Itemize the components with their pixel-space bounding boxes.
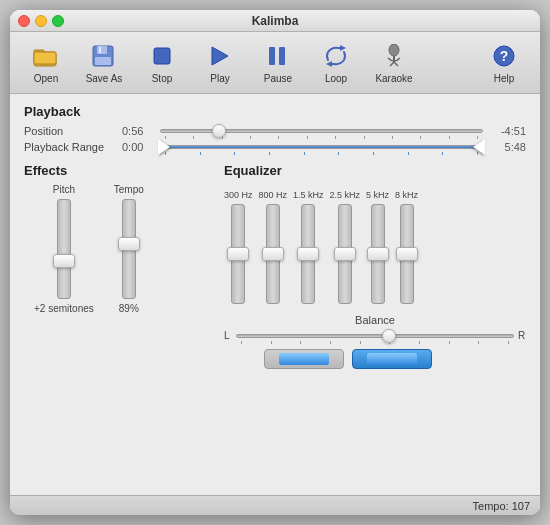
range-thumb-left[interactable] xyxy=(158,139,170,155)
pitch-slider[interactable] xyxy=(57,199,71,299)
eq-slider-4[interactable] xyxy=(371,204,385,304)
eq-band-3: 2.5 kHz xyxy=(330,190,361,304)
balance-left-label: L xyxy=(224,330,232,341)
status-text: Tempo: 107 xyxy=(473,500,530,512)
eq-label-2: 1.5 kHz xyxy=(293,190,324,200)
media-button-1[interactable] xyxy=(264,349,344,369)
svg-rect-5 xyxy=(99,47,101,53)
svg-marker-11 xyxy=(340,45,346,51)
close-button[interactable] xyxy=(18,15,30,27)
svg-rect-2 xyxy=(34,52,56,64)
eq-thumb-5[interactable] xyxy=(396,247,418,261)
play-icon xyxy=(204,42,236,70)
open-label: Open xyxy=(34,73,58,84)
media-button-2[interactable] xyxy=(352,349,432,369)
eq-thumb-0[interactable] xyxy=(227,247,249,261)
effects-panel: Effects Pitch +2 semitones Tempo xyxy=(24,163,224,341)
pitch-col: Pitch +2 semitones xyxy=(34,184,94,314)
status-bar: Tempo: 107 xyxy=(10,495,540,515)
svg-text:?: ? xyxy=(500,48,509,64)
effects-header: Effects xyxy=(24,163,224,178)
eq-band-1: 800 Hz xyxy=(259,190,288,304)
tempo-label: Tempo xyxy=(114,184,144,195)
effects-eq-row: Effects Pitch +2 semitones Tempo xyxy=(24,163,526,341)
range-time-left: 0:00 xyxy=(122,141,152,153)
eq-slider-0[interactable] xyxy=(231,204,245,304)
position-time-right: -4:51 xyxy=(491,125,526,137)
playback-section: Playback Position 0:56 -4:51 Playback Ra… xyxy=(24,104,526,153)
eq-thumb-1[interactable] xyxy=(262,247,284,261)
range-slider[interactable] xyxy=(160,145,483,149)
svg-line-16 xyxy=(394,62,398,66)
pause-icon xyxy=(262,42,294,70)
stop-button[interactable]: Stop xyxy=(134,36,190,90)
traffic-lights xyxy=(18,15,64,27)
karaoke-label: Karaoke xyxy=(375,73,412,84)
save-icon xyxy=(88,42,120,70)
eq-band-4: 5 kHz xyxy=(366,190,389,304)
karaoke-icon xyxy=(378,42,410,70)
eq-thumb-3[interactable] xyxy=(334,247,356,261)
maximize-button[interactable] xyxy=(52,15,64,27)
balance-row: L R xyxy=(224,330,526,341)
help-label: Help xyxy=(494,73,515,84)
position-time-left: 0:56 xyxy=(122,125,152,137)
eq-header: Equalizer xyxy=(224,163,526,178)
loop-icon xyxy=(320,42,352,70)
tempo-slider[interactable] xyxy=(122,199,136,299)
range-thumb-right[interactable] xyxy=(473,139,485,155)
eq-sliders: 300 Hz 800 Hz 1.5 kHz xyxy=(224,184,526,310)
svg-rect-6 xyxy=(95,57,111,65)
eq-slider-1[interactable] xyxy=(266,204,280,304)
main-window: Kalimba Open xyxy=(10,10,540,515)
svg-marker-8 xyxy=(212,47,228,65)
play-button[interactable]: Play xyxy=(192,36,248,90)
balance-header: Balance xyxy=(224,314,526,326)
eq-label-1: 800 Hz xyxy=(259,190,288,200)
pitch-thumb[interactable] xyxy=(53,254,75,268)
pause-button[interactable]: Pause xyxy=(250,36,306,90)
eq-panel: Equalizer 300 Hz 800 Hz xyxy=(224,163,526,341)
range-time-right: 5:48 xyxy=(491,141,526,153)
pitch-label: Pitch xyxy=(53,184,75,195)
eq-label-4: 5 kHz xyxy=(366,190,389,200)
position-row: Position 0:56 -4:51 xyxy=(24,125,526,137)
eq-label-0: 300 Hz xyxy=(224,190,253,200)
loop-button[interactable]: Loop xyxy=(308,36,364,90)
save-as-button[interactable]: Save As xyxy=(76,36,132,90)
open-button[interactable]: Open xyxy=(18,36,74,90)
pitch-value: +2 semitones xyxy=(34,303,94,314)
balance-thumb[interactable] xyxy=(382,329,396,343)
open-icon xyxy=(30,42,62,70)
window-title: Kalimba xyxy=(252,14,299,28)
svg-marker-12 xyxy=(326,61,332,67)
eq-slider-5[interactable] xyxy=(400,204,414,304)
stop-icon xyxy=(146,42,178,70)
minimize-button[interactable] xyxy=(35,15,47,27)
bottom-buttons xyxy=(24,349,526,369)
play-label: Play xyxy=(210,73,229,84)
titlebar: Kalimba xyxy=(10,10,540,32)
toolbar: Open Save As Stop xyxy=(10,32,540,94)
balance-right-label: R xyxy=(518,330,526,341)
eq-slider-3[interactable] xyxy=(338,204,352,304)
eq-thumb-2[interactable] xyxy=(297,247,319,261)
tempo-thumb[interactable] xyxy=(118,237,140,251)
range-row: Playback Range 0:00 5:48 xyxy=(24,141,526,153)
eq-band-5: 8 kHz xyxy=(395,190,418,304)
position-slider[interactable] xyxy=(160,129,483,133)
svg-rect-9 xyxy=(269,47,275,65)
karaoke-button[interactable]: Karaoke xyxy=(366,36,422,90)
eq-thumb-4[interactable] xyxy=(367,247,389,261)
position-thumb[interactable] xyxy=(212,124,226,138)
help-icon: ? xyxy=(488,42,520,70)
svg-point-13 xyxy=(389,44,399,56)
eq-slider-2[interactable] xyxy=(301,204,315,304)
tempo-col: Tempo 89% xyxy=(114,184,144,314)
eq-label-3: 2.5 kHz xyxy=(330,190,361,200)
svg-line-15 xyxy=(390,62,394,66)
eq-band-2: 1.5 kHz xyxy=(293,190,324,304)
save-as-label: Save As xyxy=(86,73,123,84)
help-button[interactable]: ? Help xyxy=(476,36,532,90)
balance-slider[interactable] xyxy=(236,334,514,338)
